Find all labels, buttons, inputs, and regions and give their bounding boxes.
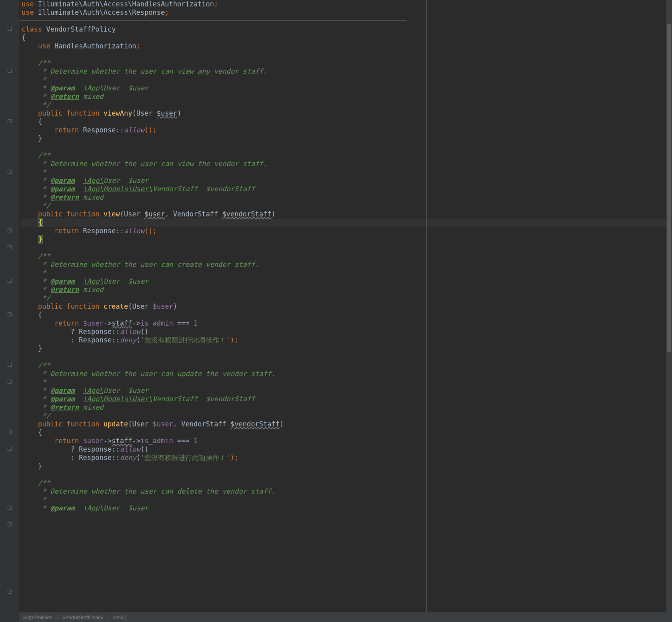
code-line[interactable]: } [22, 462, 672, 470]
breadcrumb-bar[interactable]: \App\Policies › VendorStaffPolicy › view… [19, 612, 672, 622]
chevron-right-icon: › [107, 613, 109, 622]
code-line[interactable] [22, 244, 672, 252]
code-line[interactable]: * @param \App\Models\User\VendorStaff $v… [22, 185, 672, 193]
fold-icon[interactable] [7, 589, 12, 594]
right-margin-line [426, 0, 427, 622]
code-line[interactable]: return Response::allow(); [22, 126, 672, 134]
code-line[interactable]: /** [22, 252, 672, 260]
code-line[interactable]: { [22, 311, 672, 319]
code-line[interactable]: * @param \App\User $user [22, 386, 672, 395]
gutter[interactable] [0, 0, 19, 622]
code-line[interactable]: use Illuminate\Auth\Access\Response; [22, 8, 672, 17]
code-line[interactable]: * @param \App\Models\User\VendorStaff $v… [22, 395, 672, 403]
breadcrumb-segment[interactable]: view() [113, 613, 127, 622]
code-line[interactable]: * @param \App\User $user [22, 277, 672, 286]
code-line[interactable]: { [22, 428, 672, 437]
code-line[interactable]: */ [22, 412, 672, 420]
fold-icon[interactable] [7, 522, 12, 527]
code-line[interactable]: return $user->staff->is_admin === 1 [22, 437, 672, 445]
code-line[interactable]: public function create(User $user) [22, 302, 672, 311]
code-line[interactable]: /** [22, 59, 672, 67]
fold-icon[interactable] [7, 169, 12, 174]
code-line[interactable]: return $user->staff->is_admin === 1 [22, 319, 672, 328]
code-line[interactable]: * [22, 269, 672, 277]
code-line[interactable]: /** [22, 151, 672, 160]
code-line[interactable]: * Determine whether the user can update … [22, 370, 672, 378]
code-line[interactable]: } [22, 235, 672, 244]
code-line[interactable]: * Determine whether the user can create … [22, 260, 672, 269]
code-line[interactable]: : Response::deny('您没有权限进行此项操作！'); [22, 336, 672, 344]
fold-icon[interactable] [7, 379, 12, 384]
code-line[interactable]: public function viewAny(User $user) [22, 109, 672, 118]
code-line[interactable]: * Determine whether the user can view th… [22, 160, 672, 168]
code-line[interactable]: * @return mixed [22, 403, 672, 412]
fold-icon[interactable] [7, 228, 12, 233]
code-area[interactable]: use Illuminate\Auth\Access\HandlesAuthor… [19, 0, 672, 622]
vertical-scrollbar-track[interactable] [666, 0, 672, 622]
code-line[interactable]: use HandlesAuthorization; [22, 42, 672, 50]
code-line[interactable]: * [22, 76, 672, 84]
separator-line [19, 20, 406, 21]
code-line[interactable]: { [22, 34, 672, 42]
code-line[interactable]: * @return mixed [22, 92, 672, 101]
fold-icon[interactable] [7, 245, 12, 250]
breadcrumb-segment[interactable]: \App\Policies [22, 613, 52, 622]
code-line[interactable]: } [22, 344, 672, 353]
fold-icon[interactable] [7, 505, 12, 510]
code-line[interactable]: } [22, 134, 672, 143]
code-line[interactable]: : Response::deny('您没有权限进行此项操作！'); [22, 454, 672, 462]
code-line-highlighted[interactable]: { [22, 218, 672, 227]
code-line[interactable]: */ [22, 294, 672, 302]
code-line[interactable]: class VendorStaffPolicy [22, 25, 672, 34]
code-line[interactable] [22, 143, 672, 151]
code-line[interactable] [22, 470, 672, 479]
code-line[interactable]: * @return mixed [22, 193, 672, 202]
code-line[interactable]: ? Response::allow() [22, 328, 672, 336]
fold-icon[interactable] [7, 278, 12, 283]
code-line[interactable]: */ [22, 202, 672, 210]
fold-icon[interactable] [7, 446, 12, 451]
code-line[interactable] [22, 353, 672, 361]
code-line[interactable]: * @return mixed [22, 286, 672, 294]
code-line[interactable]: use Illuminate\Auth\Access\HandlesAuthor… [22, 0, 672, 8]
code-line[interactable]: * @param \App\User $user [22, 176, 672, 185]
code-line[interactable] [22, 50, 672, 59]
chevron-right-icon: › [56, 613, 58, 622]
code-line[interactable]: * @param \App\User $user [22, 504, 672, 512]
vertical-scrollbar-thumb[interactable] [667, 24, 671, 352]
code-line[interactable]: /** [22, 361, 672, 370]
code-line[interactable]: return Response::allow(); [22, 227, 672, 235]
code-line[interactable]: * [22, 378, 672, 386]
breadcrumb-segment[interactable]: VendorStaffPolicy [62, 613, 103, 622]
code-line[interactable]: /** [22, 479, 672, 487]
fold-icon[interactable] [7, 119, 12, 124]
fold-icon[interactable] [7, 430, 12, 434]
code-line[interactable]: * [22, 168, 672, 176]
code-line[interactable] [22, 17, 672, 25]
code-line[interactable]: * Determine whether the user can view an… [22, 67, 672, 76]
code-line[interactable]: * @param \App\User $user [22, 84, 672, 92]
code-line[interactable]: ? Response::allow() [22, 445, 672, 454]
fold-icon[interactable] [7, 26, 12, 31]
fold-icon[interactable] [7, 362, 12, 367]
fold-icon[interactable] [7, 68, 12, 73]
code-line[interactable]: { [22, 118, 672, 126]
code-line[interactable]: public function update(User $user, Vendo… [22, 420, 672, 428]
code-line[interactable]: * [22, 496, 672, 504]
fold-icon[interactable] [7, 312, 12, 317]
code-line[interactable]: public function view(User $user, VendorS… [22, 210, 672, 218]
code-line[interactable]: */ [22, 101, 672, 109]
code-editor[interactable]: use Illuminate\Auth\Access\HandlesAuthor… [0, 0, 672, 622]
code-line[interactable]: * Determine whether the user can delete … [22, 487, 672, 496]
